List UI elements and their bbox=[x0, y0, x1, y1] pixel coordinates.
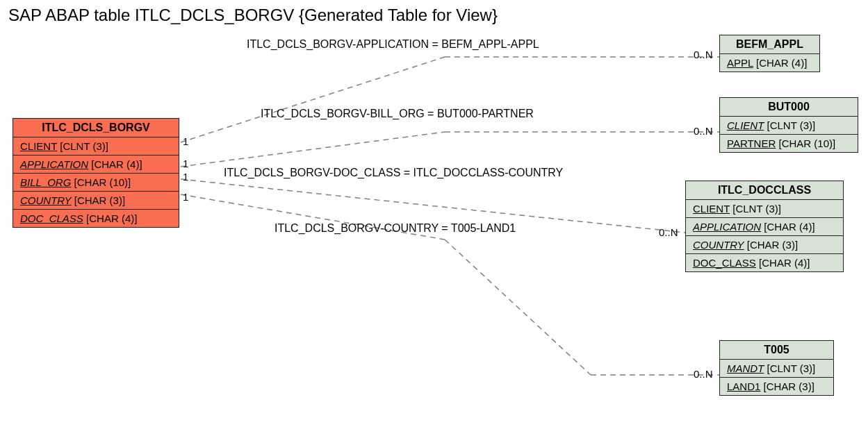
cardinality: 0..N bbox=[659, 226, 678, 238]
entity-header: T005 bbox=[720, 341, 833, 360]
field-row: DOC_CLASS [CHAR (4)] bbox=[686, 254, 843, 271]
entity-itlc-docclass: ITLC_DOCCLASS CLIENT [CLNT (3)] APPLICAT… bbox=[685, 181, 844, 272]
field-row: PARTNER [CHAR (10)] bbox=[720, 135, 858, 152]
field-row: APPLICATION [CHAR (4)] bbox=[686, 218, 843, 236]
svg-line-0 bbox=[181, 57, 445, 142]
svg-line-6 bbox=[445, 240, 591, 375]
page-title: SAP ABAP table ITLC_DCLS_BORGV {Generate… bbox=[8, 6, 498, 25]
cardinality: 1 bbox=[183, 171, 188, 183]
relation-label: ITLC_DCLS_BORGV-APPLICATION = BEFM_APPL-… bbox=[247, 38, 539, 51]
field-row: COUNTRY [CHAR (3)] bbox=[686, 236, 843, 254]
field-row: CLIENT [CLNT (3)] bbox=[720, 117, 858, 135]
entity-header: BUT000 bbox=[720, 98, 858, 117]
field-row: BILL_ORG [CHAR (10)] bbox=[13, 174, 179, 192]
cardinality: 1 bbox=[183, 135, 188, 147]
field-row: DOC_CLASS [CHAR (4)] bbox=[13, 210, 179, 227]
entity-itlc-dcls-borgv: ITLC_DCLS_BORGV CLIENT [CLNT (3)] APPLIC… bbox=[13, 118, 179, 228]
field-row: MANDT [CLNT (3)] bbox=[720, 360, 833, 378]
relation-label: ITLC_DCLS_BORGV-BILL_ORG = BUT000-PARTNE… bbox=[261, 108, 534, 120]
svg-line-2 bbox=[181, 132, 445, 167]
cardinality: 0..N bbox=[694, 368, 713, 380]
entity-header: ITLC_DOCCLASS bbox=[686, 181, 843, 200]
entity-befm-appl: BEFM_APPL APPL [CHAR (4)] bbox=[719, 35, 820, 72]
entity-header: BEFM_APPL bbox=[720, 35, 819, 54]
entity-t005: T005 MANDT [CLNT (3)] LAND1 [CHAR (3)] bbox=[719, 340, 834, 396]
field-row: APPL [CHAR (4)] bbox=[720, 54, 819, 72]
field-row: APPLICATION [CHAR (4)] bbox=[13, 156, 179, 174]
field-row: CLIENT [CLNT (3)] bbox=[13, 137, 179, 156]
entity-but000: BUT000 CLIENT [CLNT (3)] PARTNER [CHAR (… bbox=[719, 97, 858, 153]
cardinality: 0..N bbox=[694, 125, 713, 137]
cardinality: 1 bbox=[183, 158, 188, 169]
entity-header: ITLC_DCLS_BORGV bbox=[13, 119, 179, 137]
field-row: CLIENT [CLNT (3)] bbox=[686, 200, 843, 218]
cardinality: 0..N bbox=[694, 49, 713, 60]
cardinality: 1 bbox=[183, 191, 188, 203]
relation-label: ITLC_DCLS_BORGV-DOC_CLASS = ITLC_DOCCLAS… bbox=[224, 167, 563, 179]
field-row: LAND1 [CHAR (3)] bbox=[720, 378, 833, 395]
field-row: COUNTRY [CHAR (3)] bbox=[13, 192, 179, 210]
relation-label: ITLC_DCLS_BORGV-COUNTRY = T005-LAND1 bbox=[275, 222, 516, 235]
